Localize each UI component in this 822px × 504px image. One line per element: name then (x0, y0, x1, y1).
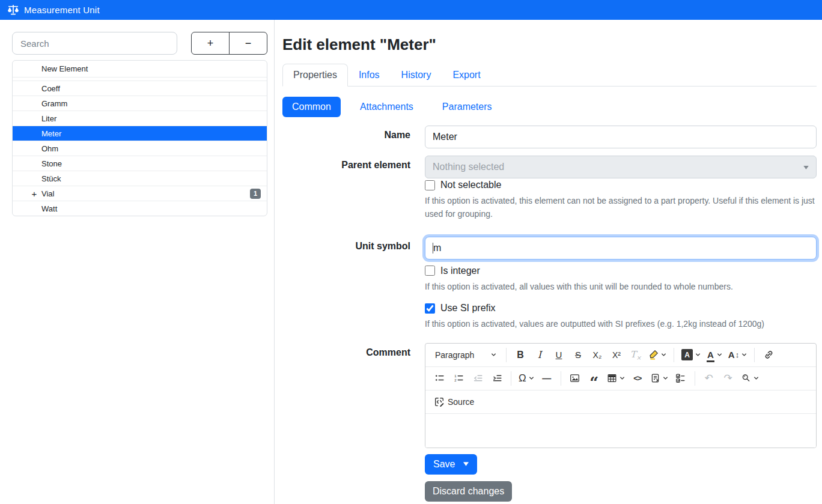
strikethrough-button[interactable]: S (569, 346, 587, 364)
chevron-down-icon (529, 375, 534, 381)
unit-symbol-value: m (433, 243, 441, 254)
outdent-button[interactable] (469, 369, 487, 387)
expand-node-icon[interactable]: + (31, 189, 38, 199)
chevron-down-icon (695, 352, 701, 357)
parent-element-label: Parent element (282, 156, 410, 229)
collapse-all-button[interactable]: − (229, 32, 267, 55)
undo-button[interactable]: ↶ (700, 369, 718, 387)
bold-icon: B (517, 350, 524, 360)
bold-button[interactable]: B (511, 346, 529, 364)
redo-icon: ↷ (724, 373, 732, 383)
find-and-replace-button[interactable] (738, 369, 761, 387)
code-button[interactable]: <> (629, 369, 647, 387)
todo-list-button[interactable] (672, 369, 690, 387)
save-button-label: Save (433, 459, 455, 470)
comment-editor-content[interactable] (425, 414, 816, 448)
bulleted-list-button[interactable] (430, 369, 448, 387)
tree-item-gramm[interactable]: Gramm (13, 96, 267, 111)
expand-all-button[interactable]: + (191, 32, 230, 55)
tree-item-label: Coeff (41, 84, 60, 93)
not-selectable-checkbox[interactable] (425, 180, 435, 190)
tree-item-label: Stück (41, 174, 61, 183)
highlight-button[interactable] (646, 346, 669, 364)
link-icon (764, 350, 774, 360)
tab-infos[interactable]: Infos (348, 64, 391, 87)
caret-down-icon (463, 462, 469, 466)
subtab-parameters[interactable]: Parameters (433, 97, 502, 117)
tab-history[interactable]: History (391, 64, 442, 87)
child-count-badge: 1 (250, 189, 261, 199)
tree-item-label: Meter (41, 129, 61, 138)
is-integer-checkbox[interactable] (425, 266, 435, 276)
insert-image-icon (570, 373, 580, 383)
tree-item-stone[interactable]: Stone (13, 156, 267, 171)
redo-button[interactable]: ↷ (719, 369, 737, 387)
special-characters-button[interactable]: Ω (516, 369, 537, 387)
superscript-icon: X² (612, 351, 621, 359)
main-content: Edit element "Meter" PropertiesInfosHist… (275, 20, 822, 504)
numbered-list-button[interactable]: 12 (449, 369, 467, 387)
subtab-attachments[interactable]: Attachments (350, 97, 423, 117)
tree-item-new-element[interactable]: New Element (13, 61, 267, 77)
font-size-button[interactable]: A↕ (726, 346, 749, 364)
search-input[interactable] (12, 32, 177, 55)
comment-row: Comment ParagraphBIUSX₂X²T×AAA↕12Ω—“<>↶↷… (282, 343, 817, 504)
use-si-prefix-checkbox[interactable] (425, 303, 435, 314)
tree-item-coeff[interactable]: Coeff (13, 80, 267, 96)
tree-item-vial[interactable]: +Vial1 (13, 186, 267, 201)
tree-item-st-ck[interactable]: Stück (13, 171, 267, 186)
toolbar-separator (695, 371, 695, 386)
tree-item-label: Stone (41, 159, 62, 168)
numbered-list-icon: 12 (454, 373, 464, 383)
insert-table-button[interactable] (604, 369, 627, 387)
tab-properties[interactable]: Properties (282, 64, 348, 87)
save-button[interactable]: Save (425, 454, 477, 475)
not-selectable-checkbox-row[interactable]: Not selectable (425, 180, 817, 190)
italic-button[interactable]: I (531, 346, 549, 364)
svg-text:1: 1 (454, 374, 457, 378)
outdent-icon (473, 373, 483, 383)
discard-button[interactable]: Discard changes (425, 481, 512, 502)
parent-element-select[interactable]: Nothing selected (425, 156, 817, 178)
toolbar-row: ParagraphBIUSX₂X²T×AAA↕ (425, 344, 816, 367)
tree-item-liter[interactable]: Liter (13, 111, 267, 126)
remove-format-button[interactable]: T× (627, 346, 645, 364)
superscript-button[interactable]: X² (607, 346, 626, 364)
app-title: Measurement Unit (24, 5, 100, 15)
font-background-color-button[interactable]: A (679, 346, 703, 364)
tree-item-meter[interactable]: Meter (13, 126, 267, 141)
block-quote-button[interactable]: “ (585, 369, 603, 387)
is-integer-label: Is integer (440, 266, 480, 276)
sidebar: + − New ElementCoeffGrammLiterMeterOhmSt… (0, 20, 275, 504)
subscript-button[interactable]: X₂ (588, 346, 606, 364)
form-actions: Save Discard changes (425, 454, 817, 504)
link-button[interactable] (760, 346, 778, 364)
not-selectable-help: If this option is activated, this elemen… (425, 194, 817, 221)
horizontal-line-button[interactable]: — (538, 369, 556, 387)
tree-item-watt[interactable]: Watt (13, 201, 267, 216)
tab-export[interactable]: Export (442, 64, 491, 87)
insert-table-icon (607, 373, 617, 383)
is-integer-checkbox-row[interactable]: Is integer (425, 266, 817, 276)
toolbar-separator (674, 348, 674, 362)
code-block-button[interactable] (648, 369, 671, 387)
chevron-down-icon (491, 352, 496, 357)
subtab-common[interactable]: Common (282, 97, 341, 117)
source-editing-button[interactable]: Source (430, 393, 478, 411)
paragraph-style-label: Paragraph (435, 350, 474, 360)
tree-item-ohm[interactable]: Ohm (13, 141, 267, 156)
name-input[interactable] (425, 126, 817, 148)
balance-scale-icon (7, 4, 19, 16)
insert-image-button[interactable] (566, 369, 584, 387)
horizontal-line-icon: — (542, 374, 551, 383)
name-label: Name (282, 126, 410, 148)
underline-button[interactable]: U (550, 346, 568, 364)
chevron-down-icon (717, 352, 722, 357)
use-si-prefix-checkbox-row[interactable]: Use SI prefix (425, 303, 817, 314)
chevron-down-icon (620, 375, 625, 381)
indent-button[interactable] (488, 369, 506, 387)
paragraph-style-button[interactable]: Paragraph (430, 346, 501, 364)
chevron-down-icon (663, 375, 668, 381)
unit-symbol-input[interactable]: m (425, 237, 817, 260)
font-color-button[interactable]: A (704, 346, 725, 364)
